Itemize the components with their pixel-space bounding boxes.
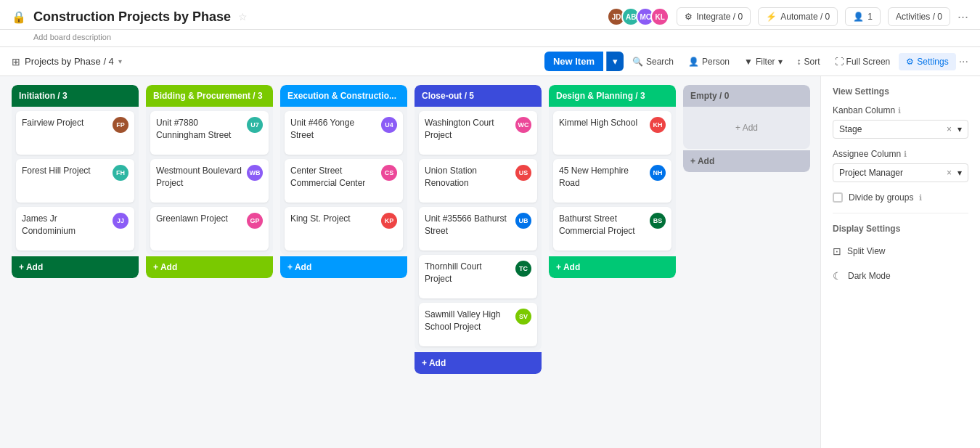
card[interactable]: Fairview ProjectFP bbox=[16, 111, 134, 155]
empty-add-area[interactable]: + Add bbox=[687, 111, 806, 144]
card-title: Sawmill Valley High School Project bbox=[425, 309, 511, 333]
card-avatar: FH bbox=[113, 165, 128, 181]
filter-chevron-icon: ▾ bbox=[778, 57, 783, 67]
card-title: Center Street Commercial Center bbox=[290, 165, 377, 190]
search-button[interactable]: 🔍 Search bbox=[626, 53, 679, 70]
assignee-clear-icon[interactable]: × bbox=[947, 168, 952, 178]
assignee-column-select[interactable]: Project Manager × ▾ bbox=[833, 163, 968, 182]
divide-by-groups-label: Divide by groups bbox=[849, 192, 913, 203]
card[interactable]: Greenlawn ProjectGP bbox=[150, 207, 269, 251]
assignee-chevron-icon: ▾ bbox=[957, 168, 962, 178]
dark-mode-option[interactable]: ☾ Dark Mode bbox=[833, 267, 968, 285]
display-settings-title: Display Settings bbox=[833, 224, 968, 234]
phase-chevron-icon[interactable]: ▾ bbox=[118, 57, 122, 65]
activities-button[interactable]: Activities / 0 bbox=[888, 7, 950, 26]
card-avatar: KP bbox=[381, 213, 397, 229]
card-avatar: CS bbox=[381, 165, 397, 181]
lock-icon: 🔒 bbox=[12, 10, 26, 24]
card[interactable]: Thornhill Court ProjectTC bbox=[419, 255, 537, 298]
column-body-bidding: Unit #7880 Cunningham StreetU7Westmount … bbox=[146, 107, 273, 255]
kanban-info-icon[interactable]: ℹ bbox=[898, 106, 901, 115]
card[interactable]: Unit #7880 Cunningham StreetU7 bbox=[150, 111, 269, 155]
card-title: 45 New Hemphire Road bbox=[559, 165, 645, 190]
card[interactable]: Forest Hill ProjectFH bbox=[16, 159, 134, 203]
card-title: Washington Court Project bbox=[425, 117, 511, 142]
automate-icon: ⚡ bbox=[766, 12, 777, 22]
new-item-label: New Item bbox=[553, 56, 595, 67]
assignee-info-icon[interactable]: ℹ bbox=[904, 150, 907, 159]
split-view-option[interactable]: ⊡ Split View bbox=[833, 243, 968, 260]
card[interactable]: King St. ProjectKP bbox=[285, 207, 403, 251]
members-button[interactable]: 👤 1 bbox=[845, 7, 881, 26]
column-footer-bidding[interactable]: + Add bbox=[146, 256, 273, 278]
card[interactable]: Unit #466 Yonge StreetU4 bbox=[285, 111, 403, 155]
top-header: 🔒 Construction Projects by Phase ☆ JD AB… bbox=[0, 0, 980, 30]
board-description[interactable]: Add board description bbox=[33, 33, 111, 41]
automate-button[interactable]: ⚡ Automate / 0 bbox=[758, 7, 838, 26]
column-footer-execution[interactable]: + Add bbox=[280, 256, 407, 278]
more-options-button[interactable]: ··· bbox=[957, 9, 968, 25]
card[interactable]: Sawmill Valley High School ProjectSV bbox=[419, 303, 537, 346]
column-header-initiation: Initiation / 3 bbox=[12, 85, 139, 107]
column-footer-initiation[interactable]: + Add bbox=[12, 256, 139, 278]
split-view-icon: ⊡ bbox=[833, 245, 841, 257]
column-header-execution: Execution & Constructio... bbox=[280, 85, 407, 107]
kanban-chevron-icon: ▾ bbox=[957, 124, 962, 134]
kanban-clear-icon[interactable]: × bbox=[947, 124, 952, 134]
card[interactable]: Unit #35566 Bathurst StreetUB bbox=[419, 207, 537, 251]
star-icon[interactable]: ☆ bbox=[238, 11, 248, 23]
phase-label: Projects by Phase / 4 bbox=[25, 56, 114, 67]
settings-panel: View Settings Kanban Column ℹ Stage × ▾ … bbox=[820, 76, 980, 448]
new-item-dropdown-button[interactable]: ▾ bbox=[606, 52, 624, 71]
card-title: Unit #466 Yonge Street bbox=[290, 117, 377, 142]
fullscreen-button[interactable]: ⛶ Full Screen bbox=[829, 53, 897, 70]
filter-button[interactable]: ▼ Filter ▾ bbox=[738, 53, 788, 70]
column-footer-design[interactable]: + Add bbox=[549, 256, 676, 278]
column-body-empty: + Add bbox=[683, 107, 810, 149]
card-title: Union Station Renovation bbox=[425, 165, 511, 190]
sort-button[interactable]: ↕ Sort bbox=[791, 53, 826, 70]
card-avatar: US bbox=[515, 165, 531, 181]
fullscreen-icon: ⛶ bbox=[835, 57, 844, 67]
members-icon: 👤 bbox=[853, 12, 864, 22]
assignee-column-item: Assignee Column ℹ Project Manager × ▾ bbox=[833, 149, 968, 182]
card-title: Westmount Boulevard Project bbox=[156, 165, 242, 190]
card-title: Fairview Project bbox=[22, 117, 108, 129]
card[interactable]: Kimmel High SchoolKH bbox=[553, 111, 671, 155]
card[interactable]: Washington Court ProjectWC bbox=[419, 111, 537, 155]
card-title: Bathurst Street Commercial Project bbox=[559, 213, 645, 237]
card-avatar: UB bbox=[515, 213, 531, 229]
divide-by-groups-checkbox[interactable] bbox=[833, 192, 843, 203]
column-initiation: Initiation / 3Fairview ProjectFPForest H… bbox=[12, 85, 139, 278]
kanban-column-select[interactable]: Stage × ▾ bbox=[833, 120, 968, 139]
integrate-button[interactable]: ⚙ Integrate / 0 bbox=[677, 7, 751, 26]
card[interactable]: Westmount Boulevard ProjectWB bbox=[150, 159, 269, 203]
new-item-button[interactable]: New Item bbox=[544, 52, 603, 71]
card[interactable]: Bathurst Street Commercial ProjectBS bbox=[553, 207, 671, 251]
card[interactable]: 45 New Hemphire RoadNH bbox=[553, 159, 671, 203]
settings-button[interactable]: ⚙ Settings bbox=[899, 53, 955, 70]
more-toolbar-button[interactable]: ··· bbox=[959, 55, 968, 68]
person-button[interactable]: 👤 Person bbox=[682, 53, 735, 70]
avatar-group: JD AB MC KL bbox=[607, 7, 669, 26]
column-closeout: Close-out / 5Washington Court ProjectWCU… bbox=[415, 85, 542, 374]
card[interactable]: James Jr CondominiumJJ bbox=[16, 207, 134, 251]
card-avatar: GP bbox=[247, 213, 263, 229]
card-avatar: KH bbox=[650, 117, 666, 133]
column-body-execution: Unit #466 Yonge StreetU4Center Street Co… bbox=[280, 107, 407, 255]
settings-icon: ⚙ bbox=[906, 57, 914, 67]
column-footer-closeout[interactable]: + Add bbox=[415, 352, 542, 374]
divide-info-icon[interactable]: ℹ bbox=[919, 193, 922, 203]
card-title: James Jr Condominium bbox=[22, 213, 108, 237]
divide-by-groups-item[interactable]: Divide by groups ℹ bbox=[833, 192, 968, 203]
card[interactable]: Center Street Commercial CenterCS bbox=[285, 159, 403, 203]
card[interactable]: Union Station RenovationUS bbox=[419, 159, 537, 203]
card-avatar: U7 bbox=[247, 117, 263, 133]
column-footer-empty[interactable]: + Add bbox=[683, 150, 810, 172]
column-design: Design & Planning / 3Kimmel High SchoolK… bbox=[549, 85, 676, 278]
sub-header-left: ⊞ Projects by Phase / 4 ▾ bbox=[12, 56, 122, 68]
integrate-icon: ⚙ bbox=[685, 12, 693, 22]
card-avatar: NH bbox=[650, 165, 666, 181]
column-body-closeout: Washington Court ProjectWCUnion Station … bbox=[415, 107, 542, 351]
sub-header-right: New Item ▾ 🔍 Search 👤 Person ▼ Filter ▾ … bbox=[544, 52, 968, 71]
